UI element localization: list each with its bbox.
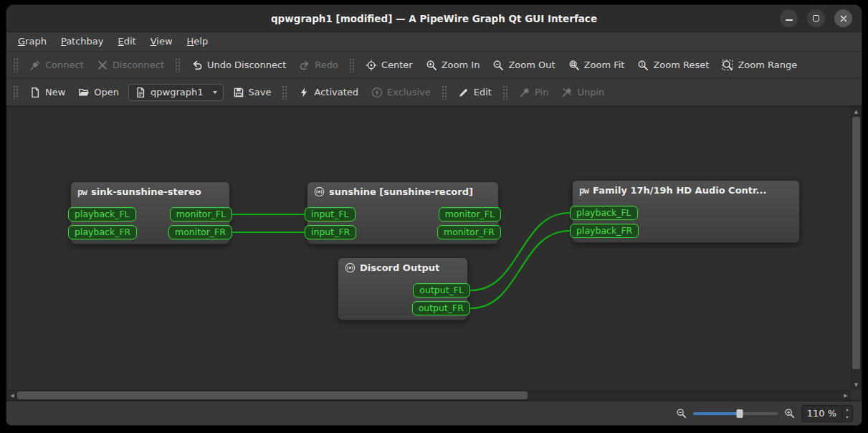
spin-down-button[interactable]: ▾ xyxy=(842,414,852,422)
zoom-slider-track xyxy=(693,412,778,415)
horizontal-scrollbar[interactable]: ◀ ▶ xyxy=(7,390,851,400)
zoom-slider[interactable] xyxy=(693,408,778,419)
zoom-out-button[interactable]: Zoom Out xyxy=(487,56,561,75)
toolbar-grip xyxy=(282,85,287,100)
horizontal-scroll-thumb[interactable] xyxy=(17,391,528,399)
input-port[interactable]: playback_FL xyxy=(570,206,638,220)
new-button[interactable]: New xyxy=(24,83,71,102)
close-button[interactable] xyxy=(834,9,852,27)
close-icon xyxy=(839,14,848,23)
graph-canvas[interactable]: pwsink-sunshine-stereoplayback_FLplaybac… xyxy=(7,107,851,390)
graph-node[interactable]: pwsink-sunshine-stereoplayback_FLplaybac… xyxy=(70,181,230,244)
zoom-out-icon xyxy=(492,60,504,71)
redo-icon xyxy=(299,60,310,71)
app-window: qpwgraph1 [modified] — A PipeWire Graph … xyxy=(6,4,862,426)
edit-button[interactable]: Edit xyxy=(452,83,497,102)
center-button[interactable]: Center xyxy=(360,56,419,75)
output-port[interactable]: output_FL xyxy=(413,283,470,298)
minimize-button[interactable] xyxy=(780,9,798,27)
menu-graph[interactable]: Graph xyxy=(11,32,54,51)
media-node-icon xyxy=(345,262,356,273)
zoom-in-label: Zoom In xyxy=(442,60,480,70)
zoom-range-button[interactable]: Zoom Range xyxy=(716,56,803,75)
input-port[interactable]: playback_FR xyxy=(68,225,137,239)
zoom-out-mini-icon[interactable] xyxy=(676,408,687,419)
open-button[interactable]: Open xyxy=(72,83,125,102)
toolbar-grip xyxy=(502,85,508,100)
scroll-up-button[interactable]: ▲ xyxy=(852,107,861,117)
exclusive-label: Exclusive xyxy=(387,87,431,97)
zoom-percent-spinbox[interactable]: 110 % ▴ ▾ xyxy=(801,405,853,422)
zoom-slider-handle[interactable] xyxy=(736,409,743,418)
disconnect-label: Disconnect xyxy=(113,60,164,70)
output-port[interactable]: output_FR xyxy=(412,301,470,315)
unpin-button[interactable]: Unpin xyxy=(555,83,610,102)
scroll-right-button[interactable]: ▶ xyxy=(841,391,851,400)
output-port[interactable]: monitor_FL xyxy=(439,207,501,222)
graph-node[interactable]: pwFamily 17h/19h HD Audio Contr...playba… xyxy=(572,180,800,243)
vertical-scroll-track[interactable] xyxy=(852,117,860,380)
pin-label: Pin xyxy=(535,87,548,97)
connections-layer xyxy=(7,107,851,390)
zoom-reset-icon: 1 xyxy=(637,60,649,71)
toolbar-grip xyxy=(442,85,447,100)
undo-disconnect-button[interactable]: Undo Disconnect xyxy=(186,56,292,75)
zoom-in-button[interactable]: Zoom In xyxy=(420,56,486,75)
zoom-reset-label: Zoom Reset xyxy=(653,60,709,70)
output-port[interactable]: monitor_FR xyxy=(168,225,232,239)
menu-view[interactable]: View xyxy=(143,32,180,51)
undo-icon xyxy=(191,60,203,71)
pipewire-icon: pw xyxy=(77,186,87,197)
node-header: sunshine [sunshine-record] xyxy=(307,182,498,201)
new-label: New xyxy=(45,87,65,97)
pin-icon xyxy=(519,87,530,98)
horizontal-scroll-track[interactable] xyxy=(17,391,841,399)
save-button[interactable]: Save xyxy=(227,83,277,102)
qpwgraph1-dropdown[interactable]: qpwgraph1 xyxy=(128,84,223,101)
disconnect-icon xyxy=(97,60,108,71)
input-port[interactable]: playback_FL xyxy=(68,207,136,222)
scrollbar-corner xyxy=(851,390,861,400)
input-port[interactable]: playback_FR xyxy=(570,224,639,238)
connect-button[interactable]: Connect xyxy=(24,56,90,75)
center-icon xyxy=(366,60,377,71)
pin-button[interactable]: Pin xyxy=(513,83,554,102)
input-port[interactable]: input_FR xyxy=(305,225,356,239)
menu-patchbay[interactable]: Patchbay xyxy=(54,32,111,51)
input-port[interactable]: input_FL xyxy=(305,207,356,222)
menu-edit[interactable]: Edit xyxy=(111,32,143,51)
zoom-fit-icon xyxy=(568,60,580,71)
zoom-fit-button[interactable]: Zoom Fit xyxy=(563,56,631,75)
center-label: Center xyxy=(381,60,413,70)
connect-icon xyxy=(29,60,41,71)
zoom-in-mini-icon[interactable] xyxy=(784,408,795,419)
disconnect-button[interactable]: Disconnect xyxy=(91,56,170,75)
scroll-down-button[interactable]: ▼ xyxy=(852,380,861,390)
activated-button[interactable]: Activated xyxy=(292,83,364,102)
zoom-reset-button[interactable]: 1Zoom Reset xyxy=(631,56,715,75)
svg-text:1: 1 xyxy=(641,62,644,67)
exclusive-button[interactable]: Exclusive xyxy=(366,83,437,102)
output-port[interactable]: monitor_FL xyxy=(170,207,232,222)
maximize-icon xyxy=(813,15,819,22)
redo-button[interactable]: Redo xyxy=(293,56,344,75)
spin-up-button[interactable]: ▴ xyxy=(842,406,852,414)
menu-help[interactable]: Help xyxy=(180,32,216,51)
zoom-range-icon xyxy=(722,60,733,71)
scroll-left-button[interactable]: ◀ xyxy=(7,391,17,400)
chevron-down-icon xyxy=(213,91,217,94)
new-file-icon xyxy=(29,87,41,98)
maximize-button[interactable] xyxy=(807,9,825,27)
node-header: pwsink-sunshine-stereo xyxy=(71,182,229,201)
save-label: Save xyxy=(249,87,272,97)
graph-node[interactable]: Discord Outputoutput_FLoutput_FR xyxy=(338,257,468,320)
output-port[interactable]: monitor_FR xyxy=(437,225,501,239)
vertical-scroll-thumb[interactable] xyxy=(852,117,860,369)
menubar: GraphPatchbayEditViewHelp xyxy=(6,32,862,52)
vertical-scrollbar[interactable]: ▲ ▼ xyxy=(851,107,861,390)
edit-pencil-icon xyxy=(458,87,469,98)
titlebar[interactable]: qpwgraph1 [modified] — A PipeWire Graph … xyxy=(6,5,862,32)
graph-node[interactable]: sunshine [sunshine-record]input_FLinput_… xyxy=(307,181,499,244)
zoom-in-icon xyxy=(426,60,437,71)
zoom-percent-value: 110 % xyxy=(802,406,841,422)
